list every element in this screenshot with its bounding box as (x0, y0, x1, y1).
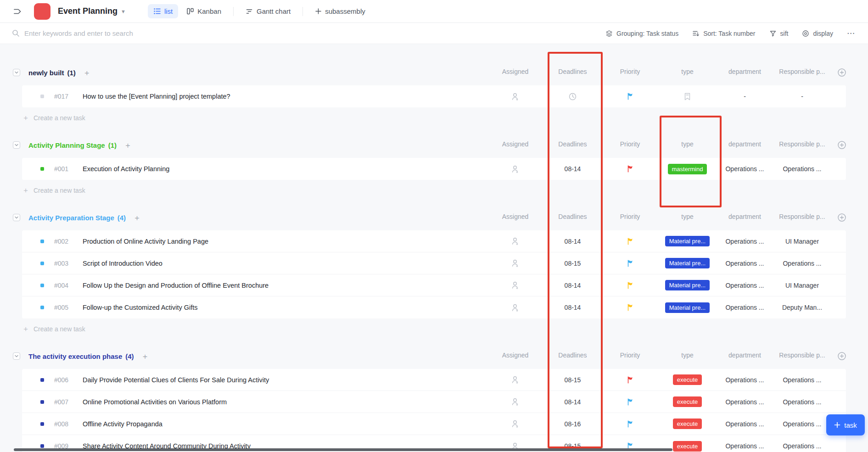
department-cell[interactable]: Operations ... (716, 304, 773, 311)
collapse-group-button[interactable] (13, 214, 20, 221)
responsible-cell[interactable]: Deputy Man... (773, 304, 831, 311)
task-status-dot[interactable] (40, 284, 44, 287)
task-status-dot[interactable] (40, 422, 44, 426)
assigned-cell[interactable] (487, 237, 544, 246)
collapse-group-button[interactable] (13, 141, 20, 149)
add-task-icon[interactable]: ＋ (141, 351, 149, 362)
sort-control[interactable]: Sort: Task number (692, 30, 755, 37)
tab-gantt-chart[interactable]: Gantt chart (240, 4, 296, 18)
type-cell[interactable]: Material pre... (659, 236, 716, 246)
department-cell[interactable]: Operations ... (716, 420, 773, 428)
task-title[interactable]: Offline Activity Propaganda (83, 420, 162, 428)
type-cell[interactable]: execute (659, 374, 716, 385)
deadline-cell[interactable]: 08-14 (544, 398, 601, 406)
more-options-button[interactable]: ⋯ (847, 28, 855, 38)
deadline-cell[interactable] (544, 92, 601, 101)
responsible-cell[interactable]: Operations ... (773, 260, 831, 267)
task-title[interactable]: Daily Provide Potential Clues of Clients… (83, 376, 269, 384)
create-new-task-button[interactable]: ＋Create a new task (22, 184, 846, 197)
task-title[interactable]: Follow Up the Design and Production of O… (83, 282, 269, 289)
sidebar-toggle-icon[interactable] (12, 6, 23, 17)
assigned-cell[interactable] (487, 259, 544, 268)
task-row[interactable]: #005Follow-up the Customized Activity Gi… (22, 296, 846, 318)
type-cell[interactable]: execute (659, 396, 716, 407)
project-title[interactable]: Event Planning ▼ (58, 6, 126, 16)
priority-cell[interactable] (601, 398, 659, 406)
responsible-cell[interactable]: Operations ... (773, 442, 831, 450)
priority-cell[interactable] (601, 92, 659, 100)
add-subassembly-button[interactable]: subassembly (309, 4, 371, 18)
responsible-cell[interactable]: - (773, 93, 831, 100)
task-status-dot[interactable] (40, 95, 44, 98)
deadline-cell[interactable]: 08-15 (544, 376, 601, 384)
task-title[interactable]: Production of Online Activity Landing Pa… (83, 238, 208, 245)
collapse-group-button[interactable] (13, 69, 20, 76)
assigned-cell[interactable] (487, 303, 544, 312)
assigned-cell[interactable] (487, 281, 544, 290)
task-status-dot[interactable] (40, 167, 44, 171)
priority-cell[interactable] (601, 165, 659, 173)
assigned-cell[interactable] (487, 375, 544, 384)
display-control[interactable]: display (802, 30, 833, 37)
department-cell[interactable]: Operations ... (716, 376, 773, 384)
department-cell[interactable]: Operations ... (716, 165, 773, 173)
tab-list[interactable]: list (148, 4, 178, 18)
responsible-cell[interactable]: UI Manager (773, 282, 831, 289)
project-logo[interactable] (34, 3, 50, 20)
deadline-cell[interactable]: 08-15 (544, 260, 601, 267)
tab-kanban[interactable]: Kanban (181, 4, 227, 18)
task-title[interactable]: Script of Introduction Video (83, 260, 162, 267)
add-column-button[interactable] (837, 68, 846, 77)
responsible-cell[interactable]: Operations ... (773, 420, 831, 428)
add-column-button[interactable] (837, 140, 846, 150)
task-status-dot[interactable] (40, 444, 44, 448)
responsible-cell[interactable]: Operations ... (773, 398, 831, 406)
grouping-control[interactable]: Grouping: Task status (605, 30, 678, 37)
task-status-dot[interactable] (40, 240, 44, 243)
department-cell[interactable]: Operations ... (716, 398, 773, 406)
horizontal-scrollbar[interactable] (14, 448, 672, 451)
deadline-cell[interactable]: 08-16 (544, 420, 601, 428)
task-title[interactable]: Online Promotional Activities on Various… (83, 398, 227, 406)
task-row[interactable]: #004Follow Up the Design and Production … (22, 274, 846, 296)
type-cell[interactable]: Material pre... (659, 280, 716, 290)
deadline-cell[interactable]: 08-14 (544, 282, 601, 289)
task-row[interactable]: #008Offline Activity Propaganda08-16exec… (22, 413, 846, 435)
department-cell[interactable]: - (716, 93, 773, 100)
priority-cell[interactable] (601, 259, 659, 268)
responsible-cell[interactable]: Operations ... (773, 165, 831, 173)
responsible-cell[interactable]: UI Manager (773, 238, 831, 245)
deadline-cell[interactable]: 08-14 (544, 238, 601, 245)
add-task-icon[interactable]: ＋ (124, 140, 132, 151)
type-cell[interactable]: execute (659, 419, 716, 429)
type-cell[interactable] (659, 92, 716, 101)
priority-cell[interactable] (601, 303, 659, 312)
assigned-cell[interactable] (487, 397, 544, 406)
deadline-cell[interactable]: 08-14 (544, 165, 601, 173)
create-new-task-button[interactable]: ＋Create a new task (22, 322, 846, 336)
priority-cell[interactable] (601, 420, 659, 428)
task-row[interactable]: #017How to use the [Event Planning] proj… (22, 85, 846, 107)
task-title[interactable]: How to use the [Event Planning] project … (83, 93, 230, 100)
type-cell[interactable]: Material pre... (659, 258, 716, 268)
priority-cell[interactable] (601, 376, 659, 384)
department-cell[interactable]: Operations ... (716, 282, 773, 289)
add-task-icon[interactable]: ＋ (133, 212, 141, 223)
search-input[interactable]: Enter keywords and enter to search (12, 29, 605, 37)
task-row[interactable]: #006Daily Provide Potential Clues of Cli… (22, 369, 846, 391)
responsible-cell[interactable]: Operations ... (773, 376, 831, 384)
create-new-task-button[interactable]: ＋Create a new task (22, 111, 846, 125)
task-status-dot[interactable] (40, 306, 44, 309)
assigned-cell[interactable] (487, 165, 544, 173)
department-cell[interactable]: Operations ... (716, 442, 773, 450)
task-title[interactable]: Follow-up the Customized Activity Gifts (83, 304, 198, 311)
filter-control[interactable]: sift (769, 30, 789, 37)
task-row[interactable]: #001Execution of Activity Planning08-14m… (22, 158, 846, 180)
department-cell[interactable]: Operations ... (716, 238, 773, 245)
priority-cell[interactable] (601, 237, 659, 246)
add-column-button[interactable] (837, 352, 846, 361)
task-row[interactable]: #007Online Promotional Activities on Var… (22, 391, 846, 413)
new-task-button[interactable]: task (826, 414, 865, 435)
type-cell[interactable]: mastermind (659, 164, 716, 174)
task-status-dot[interactable] (40, 262, 44, 265)
